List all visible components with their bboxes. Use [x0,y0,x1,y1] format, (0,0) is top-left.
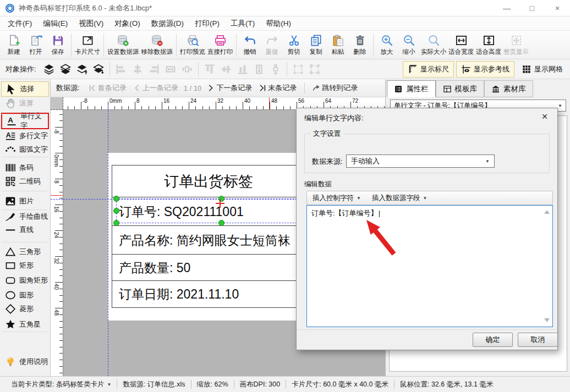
move-down-icon[interactable] [92,63,105,75]
toolbar-button-paste[interactable]: 粘贴 [327,32,349,58]
menu-item[interactable]: 视图(V) [73,17,109,30]
sidebar-item-image[interactable]: 图片 [1,194,49,208]
sidebar-divider [2,209,48,210]
selection-handle[interactable] [113,196,119,202]
toolbar-button-new-file[interactable]: 新建 [3,32,25,58]
insert-datasource-field-button[interactable]: 插入数据源字段 ▼ [366,194,432,203]
sidebar-item-rounded-rect[interactable]: 圆角矩形 [1,273,49,288]
status-card-type-dropdown[interactable]: 当前卡片类型: 条码标签类卡片▼ [6,380,117,389]
sidebar-item-qrcode[interactable]: 二维码 [1,174,49,189]
ruler-label: 40 [244,98,250,104]
selection-handle[interactable] [113,208,119,214]
menu-item[interactable]: 文件(F) [2,17,37,30]
sidebar-item-arc-text[interactable]: 圆弧文字 [1,142,49,157]
toolbar-button-delete[interactable]: 删除 [349,32,371,58]
tab-template[interactable]: 模板库 [436,80,485,97]
toolbar-button-print-preview[interactable]: 打印预览 [179,32,206,58]
toolbar-button-label: 放大 [381,48,393,56]
menu-item[interactable]: 对象(O) [109,17,146,30]
dialog-close-button[interactable]: × [539,111,551,123]
sidebar-item-label: 图片 [19,196,34,206]
sidebar-item-select[interactable]: 选择 [1,81,49,97]
menu-item[interactable]: 数据源(D) [146,17,189,30]
sidebar-item-star[interactable]: 五角星 [1,317,49,332]
undo-icon [244,34,256,47]
bring-front-icon[interactable] [43,63,55,75]
scroll-down-icon[interactable] [544,318,550,322]
toolbar-divider [176,34,177,57]
menu-item[interactable]: 帮助(H) [260,17,297,30]
label-row[interactable]: 产品名称: 简约网眼女士短筒袜 [112,226,305,255]
menu-item[interactable]: 打印(P) [189,17,225,30]
close-button[interactable]: × [545,0,570,16]
sidebar-divider [2,242,48,242]
sidebar-item-bulb[interactable]: 使用说明 [1,355,49,369]
tab-properties[interactable]: 属性栏 [387,80,436,97]
toolbar-button-actual-size[interactable]: 实际大小 [420,32,447,58]
sidebar-item-circle[interactable]: 圆形 [1,288,49,302]
toolbar-button-set-datasource[interactable]: 设置数据源 [106,32,140,58]
toolbar-button-zoom-in[interactable]: 放大 [376,32,398,58]
scroll-up-icon[interactable] [544,210,550,214]
toolbar-button-card-size[interactable]: 卡片尺寸 [74,32,101,58]
toolbar-button-fit-width[interactable]: 适合宽度 [447,32,475,58]
label-row[interactable]: 订单日期: 2021.11.10 [112,281,305,307]
label-page: 订单出货标签 订单号: SQ202111001产品名称: 简约网眼女士短筒袜产品… [108,153,309,321]
record-nav-label: 上一条记录 [142,83,178,93]
multi-line-text-icon: A [5,130,16,141]
main-toolbar: 新建打开保存卡片尺寸设置数据源移除数据源打印预览直接打印撤销重做剪切复制粘贴删除… [0,31,570,59]
status-item-text: 缩放: 62% [197,380,228,389]
label-row[interactable]: 产品数量: 50 [112,255,305,281]
toolbar-button-fit-height[interactable]: 适合高度 [475,32,502,58]
ok-button[interactable]: 确定 [473,333,513,347]
toolbar-button-direct-print[interactable]: 直接打印 [206,32,234,58]
status-item-text: 当前卡片类型: 条码标签类卡片 [11,380,104,389]
tab-material[interactable]: 素材库 [484,80,533,97]
toolbar-button-save[interactable]: 保存 [47,32,69,58]
record-nav-jump[interactable]: 跳转到记录 [313,83,358,93]
ruler-label: 32 [217,98,223,104]
cancel-button[interactable]: 取消 [518,333,558,347]
record-nav-last[interactable]: 末条记录 [259,83,297,93]
sidebar-item-rect[interactable]: 矩形 [1,258,49,273]
maximize-button[interactable]: □ [519,0,545,16]
data-source-dropdown[interactable]: 手动输入 ▼ [346,154,495,168]
text-content-textarea[interactable]: 订单号:【订单编号】 [306,205,553,327]
selection-handle[interactable] [218,220,224,226]
toolbar-button-open-file[interactable]: 打开 [25,32,47,58]
sidebar-item-label: 圆角矩形 [19,275,48,285]
menu-item[interactable]: 工具(T) [225,17,260,30]
toggle-guide[interactable]: 显示参考线 [456,61,514,78]
selection-handle[interactable] [113,220,119,226]
textarea-value: 订单号:【订单编号】 [311,208,380,218]
material-icon [491,85,500,93]
sidebar-item-diamond[interactable]: 菱形 [1,302,49,316]
sidebar-item-single-line-text[interactable]: A单行文字 [1,113,49,129]
sidebar-item-line[interactable]: 直线 [1,223,49,237]
menu-item[interactable]: 编辑(E) [37,17,73,30]
insert-control-char-button[interactable]: 插入控制字符 ▼ [307,194,366,203]
toolbar-button-undo[interactable]: 撤销 [239,32,261,58]
record-nav-first: 首条记录 [89,83,127,93]
sidebar-item-barcode[interactable]: 条码 [1,161,49,175]
toolbar-button-zoom-out[interactable]: 缩小 [398,32,420,58]
ruler-label: 40 [53,284,59,290]
data-source-value: 手动输入 [351,156,380,166]
ungroup-icon [309,63,321,75]
send-back-icon[interactable] [59,63,72,75]
sidebar-item-multi-line-text[interactable]: A多行文字 [1,129,49,143]
zoom-out-icon [403,34,415,47]
sidebar-item-curve[interactable]: 手绘曲线 [1,209,49,224]
minimize-button[interactable]: — [494,0,519,16]
move-up-icon[interactable] [76,63,88,75]
ruler-label: 32 [53,258,59,264]
toggle-ruler[interactable]: 显示标尺 [403,61,454,78]
toolbar-button-remove-datasource[interactable]: 移除数据源 [140,32,174,58]
label-title[interactable]: 订单出货标签 [112,165,305,197]
record-nav-next[interactable]: 下一条记录 [207,83,252,93]
toolbar-button-cut[interactable]: 剪切 [283,32,305,58]
toolbar-button-copy[interactable]: 复制 [305,32,327,58]
toggle-grid[interactable]: 显示网格 [517,61,568,78]
sidebar-item-triangle[interactable]: 三角形 [1,245,49,259]
guide-icon [461,64,471,74]
